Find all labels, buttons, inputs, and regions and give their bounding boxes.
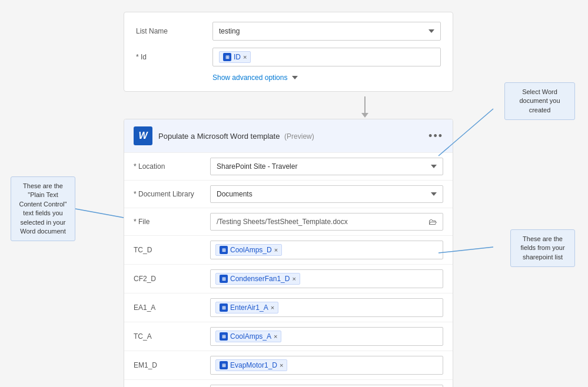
field-value: ⊞ CoolAmps_D ×: [210, 241, 443, 259]
field-value: ⊞ CondenserFan1_D ×: [210, 269, 443, 288]
doc-library-chevron-icon: [431, 192, 437, 196]
word-icon: W: [134, 126, 152, 145]
field-tag[interactable]: ⊞ CondenserFan1_D ×: [215, 273, 300, 285]
word-card-title: Populate a Microsoft Word template (Prev…: [158, 132, 314, 141]
field-tag-icon: ⊞: [220, 246, 228, 254]
field-tag-input[interactable]: ⊞ CoolAmps_A ×: [210, 327, 443, 346]
tag-icon: ⊞: [223, 53, 231, 61]
field-tag-label: CondenserFan1_D: [230, 275, 290, 283]
subtitle-text: (Preview): [284, 132, 314, 141]
location-text: SharePoint Site - Traveler: [217, 162, 297, 171]
field-tag-close[interactable]: ×: [292, 275, 295, 282]
field-tag[interactable]: ⊞ CoolAmps_A ×: [215, 331, 281, 342]
doc-library-text: Documents: [217, 190, 253, 198]
field-tag-icon: ⊞: [220, 332, 228, 341]
field-row: TC_A ⊞ CoolAmps_A ×: [124, 322, 453, 351]
field-label: CF2_D: [134, 275, 210, 283]
field-tag-icon: ⊞: [220, 361, 228, 369]
callout-plain-text: These are the "Plain Text Content Contro…: [11, 176, 75, 241]
list-name-dropdown[interactable]: testing: [212, 22, 441, 41]
id-label: * Id: [136, 53, 212, 61]
id-row: * Id ⊞ ID ×: [136, 48, 441, 66]
word-template-card: W Populate a Microsoft Word template (Pr…: [124, 119, 453, 387]
field-row: EM1_D ⊞ EvapMotor1_D ×: [124, 351, 453, 380]
chevron-expand-icon: [292, 76, 298, 79]
flow-arrow: [364, 96, 366, 114]
file-row: * File /Testing Sheets/TestSheet_Templat…: [124, 208, 453, 236]
list-name-row: List Name testing: [136, 22, 441, 41]
folder-icon: 🗁: [428, 217, 437, 226]
file-label: * File: [134, 218, 210, 226]
doc-library-dropdown[interactable]: Documents: [210, 185, 443, 203]
title-text: Populate a Microsoft Word template: [158, 132, 280, 141]
doc-library-label: * Document Library: [134, 190, 210, 198]
field-tag-label: EvapMotor1_D: [230, 361, 277, 369]
callout-plain-text-content: These are the "Plain Text Content Contro…: [19, 182, 67, 235]
show-advanced-link[interactable]: Show advanced options: [212, 74, 441, 82]
field-label: EM1_D: [134, 361, 210, 369]
field-tag-label: CoolAmps_A: [230, 332, 271, 341]
callout-select-word: Select Word document you created: [504, 82, 575, 120]
location-chevron-icon: [431, 165, 437, 168]
field-tag-input[interactable]: ⊞ EnterAir1_A ×: [210, 298, 443, 317]
location-label: * Location: [134, 162, 210, 171]
doc-library-value: Documents: [210, 185, 443, 203]
fields-container: TC_D ⊞ CoolAmps_D × CF2_D ⊞ CondenserFan…: [124, 236, 453, 387]
list-name-label: List Name: [136, 27, 212, 35]
field-row: CF2_D ⊞ CondenserFan1_D ×: [124, 265, 453, 293]
field-tag-input[interactable]: ⊞ CoolAmps_D ×: [210, 241, 443, 259]
field-value: ⊞ EvapMotor1_D ×: [210, 356, 443, 375]
field-value: ⊞ EnterAir1_A ×: [210, 298, 443, 317]
field-tag-icon: ⊞: [220, 275, 228, 283]
id-tag-label: ID: [234, 53, 241, 61]
field-tag-label: CoolAmps_D: [230, 246, 272, 254]
id-tag-close[interactable]: ×: [243, 54, 247, 61]
file-path-text: /Testing Sheets/TestSheet_Template.docx: [217, 218, 348, 226]
list-name-value: testing: [219, 27, 240, 35]
field-row: Comp3_A ⊞ Compressor3_A ×: [124, 380, 453, 387]
word-card-header: W Populate a Microsoft Word template (Pr…: [124, 119, 453, 153]
field-tag-input[interactable]: ⊞ Compressor3_A ×: [210, 385, 443, 387]
field-tag-close[interactable]: ×: [271, 304, 274, 311]
field-row: TC_D ⊞ CoolAmps_D ×: [124, 236, 453, 265]
field-value: ⊞ Compressor3_A ×: [210, 385, 443, 387]
callout-sharepoint-fields: These are the fields from your sharepoin…: [510, 229, 575, 267]
field-tag-icon: ⊞: [220, 303, 228, 312]
field-tag-input[interactable]: ⊞ CondenserFan1_D ×: [210, 269, 443, 288]
field-tag-close[interactable]: ×: [280, 362, 283, 369]
field-value: ⊞ CoolAmps_A ×: [210, 327, 443, 346]
field-tag-close[interactable]: ×: [274, 246, 278, 253]
file-input[interactable]: /Testing Sheets/TestSheet_Template.docx …: [210, 213, 443, 231]
field-tag-label: EnterAir1_A: [230, 303, 268, 312]
field-tag[interactable]: ⊞ EvapMotor1_D ×: [215, 359, 287, 371]
more-options-button[interactable]: •••: [428, 130, 443, 142]
chevron-down-icon: [428, 29, 434, 33]
field-tag[interactable]: ⊞ EnterAir1_A ×: [215, 302, 278, 313]
id-tag[interactable]: ⊞ ID ×: [219, 51, 251, 63]
field-tag-input[interactable]: ⊞ EvapMotor1_D ×: [210, 356, 443, 375]
field-tag-close[interactable]: ×: [274, 333, 277, 340]
location-dropdown[interactable]: SharePoint Site - Traveler: [210, 158, 443, 175]
svg-line-0: [75, 209, 124, 218]
field-row: EA1_A ⊞ EnterAir1_A ×: [124, 293, 453, 322]
id-input[interactable]: ⊞ ID ×: [212, 48, 441, 66]
location-value: SharePoint Site - Traveler: [210, 158, 443, 175]
show-advanced-label: Show advanced options: [212, 74, 287, 82]
field-tag[interactable]: ⊞ CoolAmps_D ×: [215, 244, 282, 256]
field-label: TC_D: [134, 246, 210, 254]
file-value: /Testing Sheets/TestSheet_Template.docx …: [210, 213, 443, 231]
field-label: EA1_A: [134, 303, 210, 312]
callout-sharepoint-fields-content: These are the fields from your sharepoin…: [520, 235, 564, 261]
word-card-body: * Location SharePoint Site - Traveler * …: [124, 153, 453, 387]
location-row: * Location SharePoint Site - Traveler: [124, 153, 453, 181]
callout-select-word-content: Select Word document you created: [519, 88, 560, 114]
field-label: TC_A: [134, 332, 210, 341]
doc-library-row: * Document Library Documents: [124, 181, 453, 208]
